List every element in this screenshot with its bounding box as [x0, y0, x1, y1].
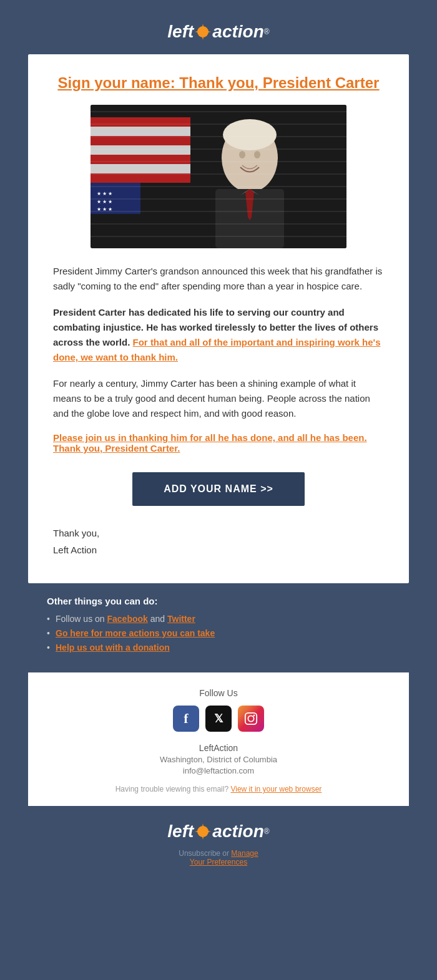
list-item: Go here for more actions you can take [47, 628, 390, 638]
social-icons: f 𝕏 [41, 706, 396, 732]
footer-trouble-text: Having trouble viewing this email? [115, 785, 228, 793]
svg-point-25 [254, 151, 260, 158]
svg-rect-17 [91, 173, 190, 183]
bottom-logo-right: action [212, 822, 263, 842]
svg-marker-28 [240, 189, 250, 195]
signoff-line1: Thank you, [53, 525, 384, 541]
email-title-link[interactable]: Sign your name: Thank you, President Car… [58, 74, 380, 91]
svg-point-32 [253, 715, 255, 717]
signoff-line2: Left Action [53, 541, 384, 558]
facebook-social-icon[interactable]: f [173, 706, 199, 732]
footer-trouble-link[interactable]: View it in your web browser [230, 785, 322, 793]
svg-rect-10 [91, 105, 346, 248]
other-section: Other things you can do: Follow us on Fa… [28, 583, 409, 672]
footer-org-name: LeftAction [41, 743, 396, 753]
svg-point-23 [223, 119, 277, 150]
svg-rect-26 [215, 189, 284, 248]
cta-container: ADD YOUR NAME >> [53, 472, 384, 506]
svg-rect-18 [91, 183, 140, 214]
svg-point-22 [222, 124, 278, 192]
logo-sun-icon [194, 23, 212, 41]
svg-point-31 [248, 716, 253, 722]
footer-trouble: Having trouble viewing this email? View … [41, 785, 396, 793]
svg-point-9 [199, 27, 207, 36]
para3: For nearly a century, Jimmy Carter has b… [53, 376, 384, 421]
svg-text:★ ★ ★: ★ ★ ★ [97, 206, 112, 212]
instagram-icon [244, 712, 258, 725]
list-item: Help us out with a donation [47, 643, 390, 653]
para4: Please join us in thanking him for all h… [53, 432, 384, 454]
svg-text:★ ★ ★: ★ ★ ★ [97, 191, 112, 196]
donation-link[interactable]: Help us out with a donation [56, 643, 170, 653]
bottom-logo-left: left [167, 822, 194, 842]
footer-email: info@leftaction.com [41, 766, 396, 775]
twitter-link[interactable]: Twitter [167, 614, 195, 624]
bottom-area: left action® Unsubscribe or ManageYour P… [0, 806, 437, 879]
logo-left-text: left [167, 22, 194, 42]
footer-card: Follow Us f 𝕏 LeftAction Washington, Dis… [28, 672, 409, 806]
svg-rect-30 [245, 713, 257, 724]
svg-rect-11 [91, 117, 190, 127]
svg-point-42 [199, 827, 207, 836]
unsubscribe-text: Unsubscribe or [179, 849, 229, 858]
cta-button[interactable]: ADD YOUR NAME >> [132, 472, 305, 506]
svg-text:★ ★ ★: ★ ★ ★ [97, 199, 112, 205]
facebook-icon-letter: f [184, 711, 188, 727]
top-logo-area: left action® [0, 12, 437, 54]
top-logo: left action® [167, 22, 269, 42]
svg-rect-14 [91, 145, 190, 155]
unsubscribe-area: Unsubscribe or ManageYour Preferences [0, 849, 437, 866]
footer-address: Washington, District of Columbia [41, 755, 396, 764]
svg-rect-13 [91, 136, 190, 145]
follow-text-middle: and [150, 614, 167, 624]
other-section-title: Other things you can do: [47, 596, 390, 606]
follow-us-label: Follow Us [41, 688, 396, 698]
bottom-logo: left action® [167, 822, 269, 842]
sign-off: Thank you, Left Action [53, 525, 384, 558]
bottom-logo-sun-icon [194, 823, 212, 840]
bottom-logo-reg: ® [264, 827, 270, 836]
main-card: Sign your name: Thank you, President Car… [28, 54, 409, 583]
other-list: Follow us on Facebook and Twitter Go her… [47, 614, 390, 653]
facebook-link[interactable]: Facebook [107, 614, 147, 624]
svg-point-24 [239, 151, 245, 158]
instagram-social-icon[interactable] [238, 706, 264, 732]
follow-text-before: Follow us on [56, 614, 107, 624]
logo-right-text: action [212, 22, 263, 42]
page-wrapper: left action® Sign your name: Thank you, … [0, 0, 437, 898]
svg-marker-29 [250, 189, 259, 195]
list-item: Follow us on Facebook and Twitter [47, 614, 390, 624]
x-social-icon[interactable]: 𝕏 [205, 706, 232, 732]
para2: President Carter has dedicated his life … [53, 305, 384, 365]
hero-image: ★ ★ ★ ★ ★ ★ ★ ★ ★ [91, 105, 346, 248]
svg-rect-12 [91, 127, 190, 136]
x-icon-letter: 𝕏 [214, 712, 223, 725]
email-title[interactable]: Sign your name: Thank you, President Car… [53, 73, 384, 92]
svg-rect-16 [91, 164, 190, 173]
para4-link[interactable]: Please join us in thanking him for all h… [53, 432, 367, 454]
para1: President Jimmy Carter's grandson announ… [53, 264, 384, 294]
svg-marker-27 [245, 189, 254, 220]
logo-reg: ® [264, 27, 270, 36]
svg-rect-15 [91, 155, 190, 164]
more-actions-link[interactable]: Go here for more actions you can take [56, 628, 215, 638]
